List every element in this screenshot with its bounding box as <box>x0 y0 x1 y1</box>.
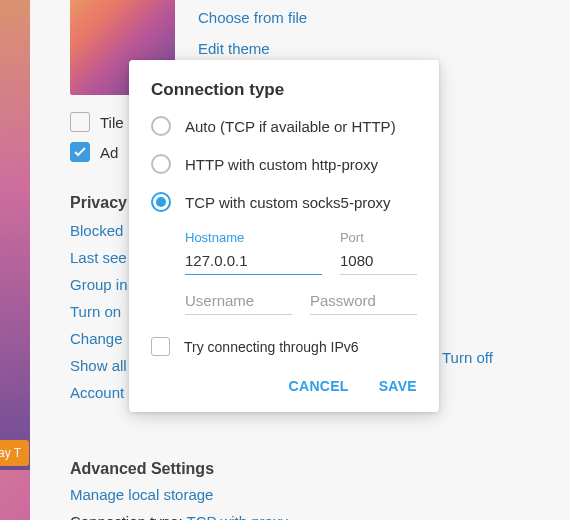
radio-http-indicator[interactable] <box>151 154 171 174</box>
radio-socks-indicator[interactable] <box>151 192 171 212</box>
radio-http[interactable]: HTTP with custom http-proxy <box>151 154 417 174</box>
password-input[interactable] <box>310 289 417 315</box>
radio-socks[interactable]: TCP with custom socks5-proxy <box>151 192 417 212</box>
radio-auto-label: Auto (TCP if available or HTTP) <box>185 118 396 135</box>
radio-http-label: HTTP with custom http-proxy <box>185 156 378 173</box>
dialog-title: Connection type <box>151 80 417 100</box>
ipv6-row[interactable]: Try connecting through IPv6 <box>151 337 417 356</box>
save-button[interactable]: SAVE <box>379 378 417 394</box>
radio-auto[interactable]: Auto (TCP if available or HTTP) <box>151 116 417 136</box>
port-input[interactable] <box>340 249 417 275</box>
ipv6-checkbox[interactable] <box>151 337 170 356</box>
hostname-input[interactable] <box>185 249 322 275</box>
hostname-label: Hostname <box>185 230 322 245</box>
username-input[interactable] <box>185 289 292 315</box>
connection-type-dialog: Connection type Auto (TCP if available o… <box>129 60 439 412</box>
port-label: Port <box>340 230 417 245</box>
radio-auto-indicator[interactable] <box>151 116 171 136</box>
radio-socks-label: TCP with custom socks5-proxy <box>185 194 391 211</box>
ipv6-label: Try connecting through IPv6 <box>184 339 359 355</box>
cancel-button[interactable]: CANCEL <box>289 378 349 394</box>
